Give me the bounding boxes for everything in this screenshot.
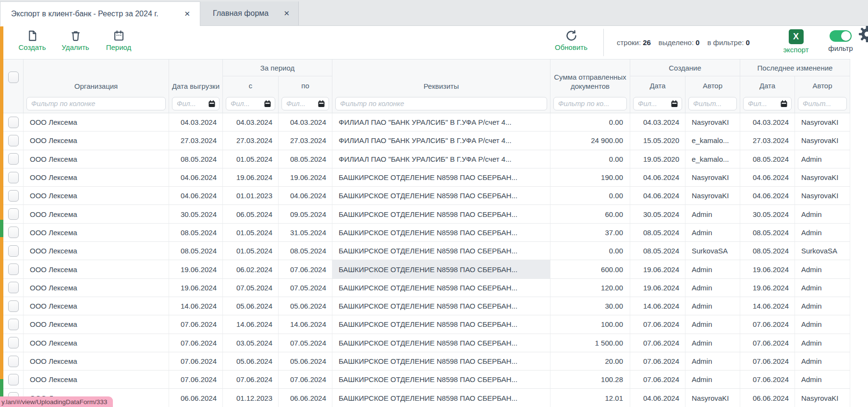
cell-organization[interactable]: ООО Лексема — [24, 150, 169, 168]
cell-organization[interactable]: ООО Лексема — [24, 187, 169, 204]
cell-creation-author[interactable]: Admin — [685, 279, 740, 297]
filter-requisites-field[interactable] — [339, 99, 543, 108]
tab-export-registry[interactable]: Экспорт в клиент-банк - Реестр за 2024 г… — [0, 1, 200, 26]
cell-change-author[interactable]: NasyrovaKI — [795, 168, 850, 186]
cell-creation-author[interactable]: Admin — [685, 334, 740, 352]
cell-change-date[interactable]: 08.05.2024 — [740, 150, 795, 168]
filter-organization-field[interactable] — [30, 99, 162, 108]
filter-from-field[interactable] — [230, 99, 262, 108]
table-row[interactable]: ООО Лексема07.06.202414.06.202414.06.202… — [3, 315, 850, 334]
cell-creation-author[interactable]: Admin — [685, 260, 740, 278]
cell-requisites[interactable]: ФИЛИАЛ ПАО "БАНК УРАЛСИБ" В Г.УФА Р/счет… — [332, 113, 550, 131]
cell-period-from[interactable]: 01.05.2024 — [223, 224, 279, 241]
cell-sum[interactable]: 600.00 — [550, 260, 630, 278]
export-excel-button[interactable]: X экспорт — [778, 29, 814, 54]
tab-main-form[interactable]: Главная форма ✕ — [200, 1, 299, 25]
cell-period-to[interactable]: 31.05.2024 — [279, 224, 332, 241]
cell-upload-date[interactable]: 08.05.2024 — [169, 150, 223, 168]
row-checkbox[interactable] — [8, 172, 19, 183]
row-checkbox[interactable] — [8, 190, 19, 202]
cell-upload-date[interactable]: 06.06.2024 — [169, 389, 223, 407]
cell-creation-date[interactable]: 30.05.2024 — [630, 205, 685, 223]
cell-creation-date[interactable]: 07.06.2024 — [630, 371, 685, 388]
calendar-icon[interactable] — [671, 100, 678, 108]
cell-upload-date[interactable]: 14.06.2024 — [169, 297, 223, 315]
cell-period-to[interactable]: 08.05.2024 — [279, 242, 332, 260]
cell-organization[interactable]: ООО Лексема — [24, 334, 169, 352]
cell-creation-author[interactable]: e_kamalo... — [685, 150, 740, 168]
cell-change-author[interactable]: Admin — [795, 334, 850, 352]
cell-upload-date[interactable]: 07.06.2024 — [169, 315, 223, 333]
cell-period-from[interactable]: 03.05.2024 — [223, 334, 279, 352]
cell-period-to[interactable]: 04.03.2024 — [279, 113, 332, 131]
cell-change-date[interactable]: 04.06.2024 — [740, 187, 795, 204]
cell-period-to[interactable]: 05.06.2024 — [279, 352, 332, 370]
cell-upload-date[interactable]: 08.05.2024 — [169, 242, 223, 260]
table-row[interactable]: ООО Лексема07.06.202407.06.202407.06.202… — [3, 371, 850, 389]
cell-creation-date[interactable]: 07.06.2024 — [630, 334, 685, 352]
cell-creation-date[interactable]: 07.06.2024 — [630, 352, 685, 370]
cell-change-author[interactable]: NasyrovaKI — [795, 389, 850, 407]
filter-to-input[interactable] — [281, 97, 329, 110]
row-checkbox[interactable] — [8, 263, 19, 275]
cell-period-to[interactable]: 07.06.2024 — [279, 371, 332, 388]
cell-change-author[interactable]: Admin — [795, 205, 850, 223]
filter-creation-author-field[interactable] — [692, 99, 733, 108]
column-header-from[interactable]: с — [223, 76, 279, 95]
cell-upload-date[interactable]: 07.06.2024 — [169, 352, 223, 370]
cell-creation-date[interactable]: 08.05.2024 — [630, 242, 685, 260]
cell-period-from[interactable]: 14.06.2024 — [223, 315, 279, 333]
cell-change-date[interactable]: 19.06.2024 — [740, 279, 795, 297]
cell-requisites[interactable]: БАШКИРСКОЕ ОТДЕЛЕНИЕ N8598 ПАО СБЕРБАН..… — [332, 205, 550, 223]
row-checkbox[interactable] — [8, 300, 19, 312]
filter-requisites-input[interactable] — [335, 97, 547, 110]
cell-change-date[interactable]: 04.03.2024 — [740, 113, 795, 131]
cell-change-date[interactable]: 06.06.2024 — [740, 389, 795, 407]
cell-period-to[interactable]: 07.06.2024 — [279, 260, 332, 278]
table-row[interactable]: ООО Лексема08.05.202401.05.202431.05.202… — [3, 224, 850, 242]
cell-organization[interactable]: ООО Лексема — [24, 113, 169, 131]
cell-creation-author[interactable]: Admin — [685, 205, 740, 223]
calendar-icon[interactable] — [264, 100, 271, 108]
cell-period-from[interactable]: 27.03.2024 — [223, 132, 279, 149]
cell-change-date[interactable]: 07.06.2024 — [740, 371, 795, 388]
cell-creation-author[interactable]: NasyrovaKI — [685, 389, 740, 407]
cell-organization[interactable]: ООО Лексема — [24, 315, 169, 333]
cell-requisites[interactable]: БАШКИРСКОЕ ОТДЕЛЕНИЕ N8598 ПАО СБЕРБАН..… — [332, 260, 550, 278]
table-row[interactable]: ООО Лексема06.06.202401.12.202306.06.202… — [3, 389, 850, 407]
filter-change-author-input[interactable] — [798, 97, 847, 110]
cell-upload-date[interactable]: 04.06.2024 — [169, 187, 223, 204]
cell-period-from[interactable]: 05.06.2024 — [223, 297, 279, 315]
cell-sum[interactable]: 20.00 — [550, 352, 630, 370]
cell-period-from[interactable]: 06.05.2024 — [223, 205, 279, 223]
cell-requisites[interactable]: БАШКИРСКОЕ ОТДЕЛЕНИЕ N8598 ПАО СБЕРБАН..… — [332, 242, 550, 260]
cell-period-from[interactable]: 07.05.2024 — [223, 279, 279, 297]
table-row[interactable]: ООО Лексема08.05.202401.05.202408.05.202… — [3, 150, 850, 168]
cell-requisites[interactable]: БАШКИРСКОЕ ОТДЕЛЕНИЕ N8598 ПАО СБЕРБАН..… — [332, 168, 550, 186]
cell-upload-date[interactable]: 19.06.2024 — [169, 260, 223, 278]
cell-change-date[interactable]: 19.06.2024 — [740, 260, 795, 278]
table-row[interactable]: ООО Лексема19.06.202407.05.202407.05.202… — [3, 279, 850, 297]
cell-creation-author[interactable]: NasyrovaKI — [685, 187, 740, 204]
cell-sum[interactable]: 0.00 — [550, 113, 630, 131]
cell-period-to[interactable]: 07.05.2024 — [279, 279, 332, 297]
filter-change-date-field[interactable] — [747, 99, 779, 108]
cell-upload-date[interactable]: 19.06.2024 — [169, 279, 223, 297]
cell-change-author[interactable]: Admin — [795, 224, 850, 241]
cell-sum[interactable]: 1 500.00 — [550, 334, 630, 352]
cell-change-date[interactable]: 04.06.2024 — [740, 168, 795, 186]
cell-period-to[interactable]: 05.06.2024 — [279, 297, 332, 315]
cell-organization[interactable]: ООО Лексема — [24, 205, 169, 223]
filter-organization-input[interactable] — [26, 97, 166, 110]
cell-creation-date[interactable]: 08.05.2024 — [630, 224, 685, 241]
cell-period-to[interactable]: 27.03.2024 — [279, 132, 332, 149]
cell-sum[interactable]: 190.00 — [550, 168, 630, 186]
cell-upload-date[interactable]: 04.06.2024 — [169, 168, 223, 186]
cell-requisites[interactable]: ФИЛИАЛ ПАО "БАНК УРАЛСИБ" В Г.УФА Р/счет… — [332, 150, 550, 168]
cell-change-date[interactable]: 08.05.2024 — [740, 242, 795, 260]
cell-requisites[interactable]: ФИЛИАЛ ПАО "БАНК УРАЛСИБ" В Г.УФА Р/счет… — [332, 132, 550, 149]
calendar-icon[interactable] — [318, 100, 325, 108]
cell-creation-date[interactable]: 04.03.2024 — [630, 113, 685, 131]
cell-organization[interactable]: ООО Лексема — [24, 260, 169, 278]
cell-creation-date[interactable]: 14.06.2024 — [630, 297, 685, 315]
